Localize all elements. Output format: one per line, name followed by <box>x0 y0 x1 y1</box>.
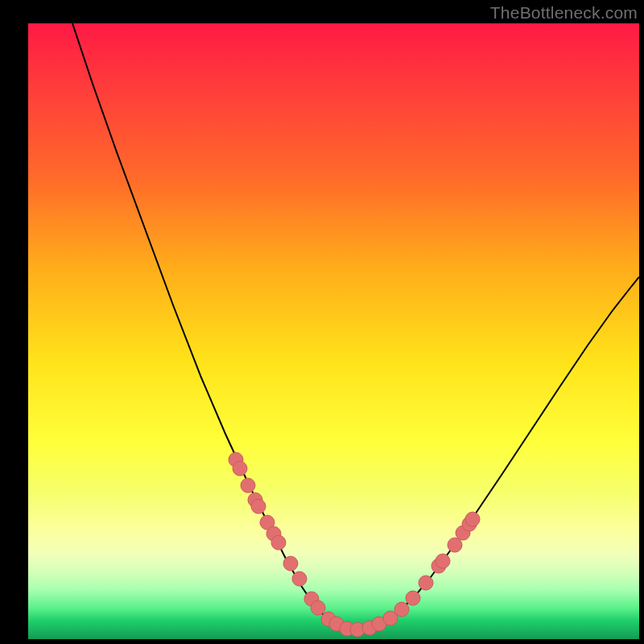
chart-container: TheBottleneck.com <box>0 0 644 644</box>
watermark: TheBottleneck.com <box>490 3 638 23</box>
plot-background <box>28 23 639 639</box>
